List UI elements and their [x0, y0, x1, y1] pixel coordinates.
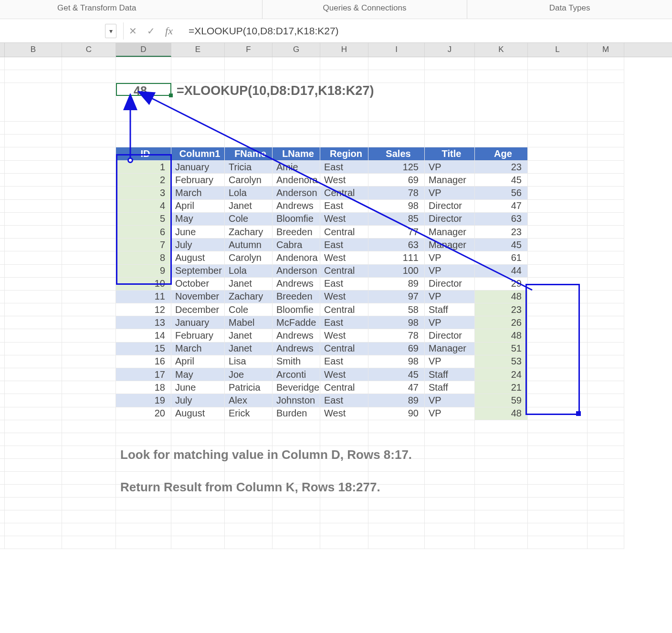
cell[interactable] — [475, 83, 528, 122]
cell[interactable] — [5, 329, 62, 342]
cell[interactable] — [528, 239, 588, 251]
cell[interactable] — [5, 433, 62, 446]
table-cell[interactable]: Andenora — [273, 174, 320, 187]
name-box-dropdown-icon[interactable]: ▾ — [105, 24, 116, 38]
table-cell[interactable]: VP — [425, 291, 475, 303]
table-header[interactable]: Sales — [368, 147, 425, 161]
cell[interactable] — [171, 433, 225, 446]
cell[interactable] — [0, 485, 5, 498]
table-cell[interactable]: Central — [320, 265, 368, 278]
table-cell[interactable]: 78 — [368, 329, 425, 342]
cell[interactable] — [273, 122, 320, 135]
cell[interactable] — [62, 226, 116, 239]
table-cell[interactable]: East — [320, 394, 368, 407]
table-cell[interactable]: East — [320, 316, 368, 329]
table-cell[interactable]: 7 — [116, 239, 171, 251]
cell[interactable] — [62, 265, 116, 278]
cell[interactable] — [171, 420, 225, 433]
cell[interactable] — [116, 420, 171, 433]
cell[interactable] — [5, 200, 62, 213]
table-cell[interactable]: Lisa — [225, 355, 273, 368]
cell[interactable] — [528, 368, 588, 381]
cell[interactable] — [588, 187, 624, 199]
cell[interactable] — [528, 510, 588, 523]
cell[interactable] — [171, 70, 225, 83]
cell[interactable] — [588, 433, 624, 446]
table-cell[interactable]: 48 — [475, 291, 528, 303]
cell[interactable] — [588, 472, 624, 485]
cell[interactable] — [320, 510, 368, 523]
cell[interactable] — [475, 510, 528, 523]
cell[interactable] — [528, 70, 588, 83]
col-header-F[interactable]: F — [225, 43, 273, 57]
cell[interactable] — [0, 278, 5, 291]
cell[interactable] — [0, 239, 5, 251]
cell[interactable] — [425, 433, 475, 446]
table-cell[interactable]: 59 — [475, 394, 528, 407]
cell[interactable] — [425, 510, 475, 523]
cell[interactable] — [588, 446, 624, 459]
cell[interactable] — [320, 122, 368, 135]
cell[interactable] — [588, 200, 624, 213]
cell[interactable] — [0, 135, 5, 147]
table-cell[interactable]: 125 — [368, 161, 425, 174]
table-cell[interactable]: Andrews — [273, 342, 320, 355]
cell[interactable] — [62, 251, 116, 264]
cell[interactable] — [5, 498, 62, 510]
table-cell[interactable]: Central — [320, 342, 368, 355]
cell[interactable] — [588, 355, 624, 368]
cell[interactable] — [225, 536, 273, 549]
cell[interactable] — [425, 135, 475, 147]
table-cell[interactable]: Manager — [425, 342, 475, 355]
cell[interactable] — [475, 536, 528, 549]
cell[interactable] — [62, 459, 116, 472]
table-cell[interactable]: June — [171, 381, 225, 394]
cell[interactable] — [0, 368, 5, 381]
cell[interactable] — [528, 161, 588, 174]
table-cell[interactable]: Cole — [225, 303, 273, 316]
table-cell[interactable]: Director — [425, 200, 475, 213]
table-cell[interactable]: 111 — [368, 251, 425, 264]
cell[interactable] — [273, 498, 320, 510]
table-cell[interactable]: April — [171, 355, 225, 368]
table-cell[interactable]: 23 — [475, 226, 528, 239]
cell[interactable] — [5, 187, 62, 199]
fx-button[interactable]: fx — [160, 22, 178, 40]
cell[interactable] — [0, 316, 5, 329]
cell[interactable] — [225, 433, 273, 446]
table-cell[interactable]: West — [320, 329, 368, 342]
cell[interactable] — [528, 174, 588, 187]
cell[interactable] — [62, 57, 116, 70]
cell[interactable] — [528, 278, 588, 291]
cell[interactable] — [528, 433, 588, 446]
cell[interactable] — [171, 57, 225, 70]
cell[interactable] — [528, 329, 588, 342]
table-cell[interactable]: June — [171, 226, 225, 239]
table-cell[interactable]: 47 — [368, 381, 425, 394]
cell[interactable] — [273, 510, 320, 523]
cell[interactable] — [588, 291, 624, 303]
cell[interactable] — [528, 187, 588, 199]
cell[interactable] — [425, 446, 475, 459]
cell[interactable] — [320, 498, 368, 510]
cell[interactable] — [273, 536, 320, 549]
cell[interactable] — [116, 433, 171, 446]
table-cell[interactable]: May — [171, 213, 225, 226]
cell[interactable] — [0, 536, 5, 549]
table-cell[interactable]: 14 — [116, 329, 171, 342]
table-cell[interactable]: 48 — [475, 329, 528, 342]
table-cell[interactable]: 45 — [475, 174, 528, 187]
table-cell[interactable]: East — [320, 161, 368, 174]
cell[interactable] — [0, 187, 5, 199]
cell[interactable] — [5, 472, 62, 485]
cell[interactable] — [62, 368, 116, 381]
cell[interactable] — [528, 135, 588, 147]
cell[interactable] — [225, 420, 273, 433]
table-cell[interactable]: 23 — [475, 161, 528, 174]
cell[interactable] — [62, 485, 116, 498]
cell[interactable] — [528, 122, 588, 135]
cell[interactable] — [588, 510, 624, 523]
table-cell[interactable]: Carolyn — [225, 174, 273, 187]
cell[interactable] — [5, 420, 62, 433]
cell[interactable] — [528, 342, 588, 355]
